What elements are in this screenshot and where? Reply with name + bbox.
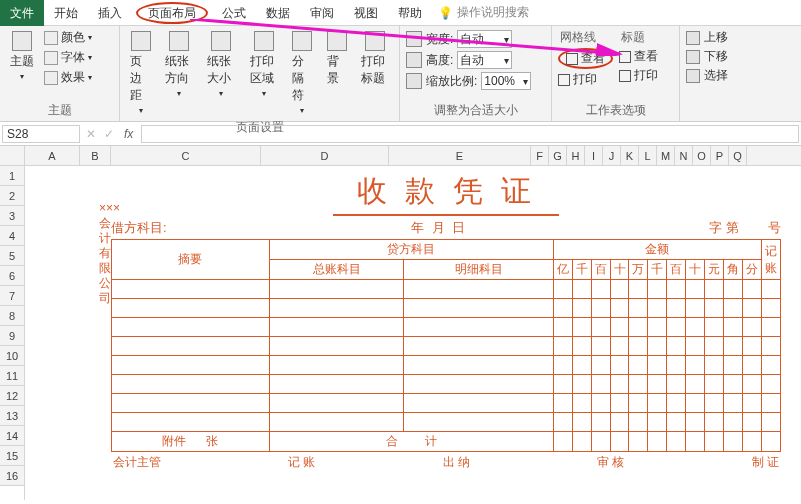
gridlines-view-checkbox[interactable]: 查看 [558, 48, 613, 69]
row-header-4[interactable]: 4 [0, 226, 24, 246]
tell-me-search[interactable]: 💡 操作说明搜索 [438, 4, 529, 21]
height-select[interactable]: 自动 [457, 51, 512, 69]
selection-pane-button[interactable]: 选择 [686, 67, 728, 84]
colors-button[interactable]: 颜色▾ [44, 29, 92, 46]
col-header-G[interactable]: G [549, 146, 567, 165]
row-header-12[interactable]: 12 [0, 386, 24, 406]
row-header-13[interactable]: 13 [0, 406, 24, 426]
col-header-C[interactable]: C [111, 146, 261, 165]
col-header-N[interactable]: N [675, 146, 693, 165]
ribbon: 主题 ▾ 颜色▾ 字体▾ 效果▾ 主题 页边距▾ 纸张方向▾ 纸张大小▾ 打印区… [0, 26, 801, 122]
col-header-H[interactable]: H [567, 146, 585, 165]
row-header-1[interactable]: 1 [0, 166, 24, 186]
print-area-icon [254, 31, 274, 51]
group-sheet-options-title: 工作表选项 [558, 100, 673, 121]
gridlines-heading: 网格线 [558, 29, 613, 46]
col-header-F[interactable]: F [531, 146, 549, 165]
margins-icon [131, 31, 151, 51]
tab-review[interactable]: 审阅 [300, 0, 344, 26]
headings-view-checkbox[interactable]: 查看 [619, 48, 658, 65]
tab-data[interactable]: 数据 [256, 0, 300, 26]
select-all-corner[interactable] [0, 146, 24, 166]
voucher-data-row [112, 375, 781, 394]
cell-canvas[interactable]: ××× 会计有限公司 收款凭证 借方科目: 年 月 日 字 第 号 摘要 贷方科… [25, 166, 801, 500]
voucher-table: 摘要 贷方科目 金额 记账 总账科目 明细科目 亿 千 百 十 万 千 [111, 239, 781, 452]
margins-button[interactable]: 页边距▾ [126, 29, 155, 117]
name-box[interactable]: S28 [2, 125, 80, 143]
col-header-E[interactable]: E [389, 146, 531, 165]
row-header-8[interactable]: 8 [0, 306, 24, 326]
col-credit: 贷方科目 [269, 240, 553, 260]
row-header-11[interactable]: 11 [0, 366, 24, 386]
send-backward-button[interactable]: 下移 [686, 48, 728, 65]
breaks-icon [292, 31, 312, 51]
row-header-5[interactable]: 5 [0, 246, 24, 266]
print-titles-button[interactable]: 打印标题 [357, 29, 393, 89]
voucher-footer: 会计主管 记 账 出 纳 审 核 制 证 [111, 452, 781, 471]
col-header-A[interactable]: A [25, 146, 80, 165]
col-header-I[interactable]: I [585, 146, 603, 165]
col-summary: 摘要 [112, 240, 270, 280]
tab-formula[interactable]: 公式 [212, 0, 256, 26]
size-button[interactable]: 纸张大小▾ [203, 29, 239, 100]
orientation-icon [169, 31, 189, 51]
voucher-data-row [112, 280, 781, 299]
formula-input[interactable] [141, 125, 799, 143]
row-header-2[interactable]: 2 [0, 186, 24, 206]
row-header-6[interactable]: 6 [0, 266, 24, 286]
enter-icon[interactable]: ✓ [100, 127, 118, 141]
print-area-button[interactable]: 打印区域▾ [246, 29, 282, 100]
gridlines-print-checkbox[interactable]: 打印 [558, 71, 613, 88]
col-header-J[interactable]: J [603, 146, 621, 165]
col-amount: 金额 [553, 240, 761, 260]
scale-stepper[interactable]: 100% [481, 72, 531, 90]
voucher-title: 收款凭证 [111, 171, 781, 216]
themes-button[interactable]: 主题 ▾ [6, 29, 38, 83]
breaks-button[interactable]: 分隔符▾ [288, 29, 317, 117]
col-header-L[interactable]: L [639, 146, 657, 165]
tell-me-label: 操作说明搜索 [457, 4, 529, 21]
headings-print-checkbox[interactable]: 打印 [619, 67, 658, 84]
scale-icon [406, 73, 422, 89]
row-header-9[interactable]: 9 [0, 326, 24, 346]
fx-icon[interactable]: fx [118, 127, 139, 141]
row-header-15[interactable]: 15 [0, 446, 24, 466]
checkbox-icon [619, 51, 631, 63]
tab-view[interactable]: 视图 [344, 0, 388, 26]
tab-help[interactable]: 帮助 [388, 0, 432, 26]
tab-insert[interactable]: 插入 [88, 0, 132, 26]
bring-forward-button[interactable]: 上移 [686, 29, 728, 46]
cancel-icon[interactable]: ✕ [82, 127, 100, 141]
width-select[interactable]: 自动 [457, 30, 512, 48]
col-header-D[interactable]: D [261, 146, 389, 165]
formula-bar: S28 ✕ ✓ fx [0, 122, 801, 146]
date-label: 年 月 日 [411, 219, 464, 237]
background-button[interactable]: 背景 [323, 29, 351, 89]
col-header-P[interactable]: P [711, 146, 729, 165]
col-header-B[interactable]: B [80, 146, 111, 165]
voucher-data-row [112, 337, 781, 356]
col-header-K[interactable]: K [621, 146, 639, 165]
effects-icon [44, 71, 58, 85]
orientation-button[interactable]: 纸张方向▾ [161, 29, 197, 100]
voucher-form: ××× 会计有限公司 收款凭证 借方科目: 年 月 日 字 第 号 摘要 贷方科… [111, 171, 781, 471]
row-header-10[interactable]: 10 [0, 346, 24, 366]
checkbox-icon [558, 74, 570, 86]
tab-home[interactable]: 开始 [44, 0, 88, 26]
themes-label: 主题 [10, 53, 34, 70]
col-header-Q[interactable]: Q [729, 146, 747, 165]
group-theme-title: 主题 [6, 100, 113, 121]
tab-file[interactable]: 文件 [0, 0, 44, 26]
row-header-14[interactable]: 14 [0, 426, 24, 446]
row-header-16[interactable]: 16 [0, 466, 24, 486]
row-header-7[interactable]: 7 [0, 286, 24, 306]
tab-page-layout[interactable]: 页面布局 [136, 2, 208, 24]
select-icon [686, 69, 700, 83]
fonts-button[interactable]: 字体▾ [44, 49, 92, 66]
width-icon [406, 31, 422, 47]
col-header-M[interactable]: M [657, 146, 675, 165]
effects-button[interactable]: 效果▾ [44, 69, 92, 86]
voucher-data-row [112, 356, 781, 375]
col-header-O[interactable]: O [693, 146, 711, 165]
row-header-3[interactable]: 3 [0, 206, 24, 226]
